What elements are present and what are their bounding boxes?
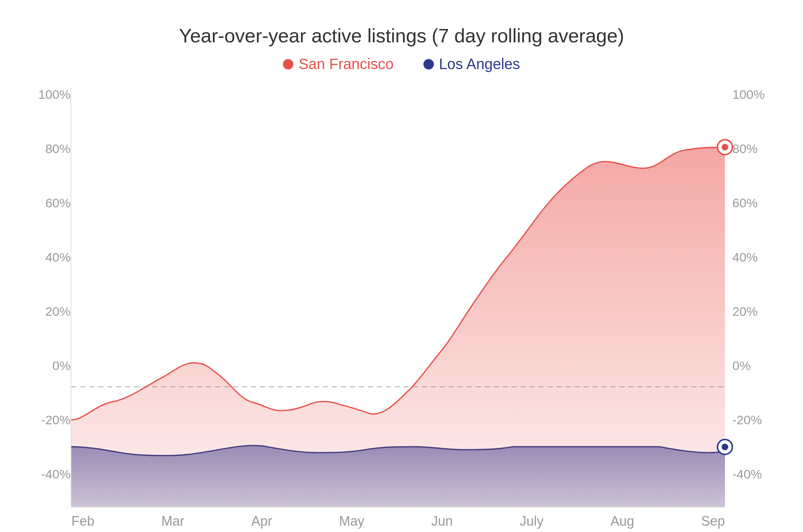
y-label-right-n20: -20% [732, 413, 762, 427]
la-endpoint-dot [717, 439, 733, 455]
x-label-july: July [520, 513, 544, 529]
legend-label-la: Los Angeles [439, 56, 520, 72]
x-label-feb: Feb [71, 513, 94, 529]
y-label-right-0: 0% [732, 359, 751, 373]
x-label-mar: Mar [161, 513, 184, 529]
legend-dot-la [423, 59, 434, 69]
x-label-jun: Jun [431, 513, 453, 529]
y-label-left-20: 20% [45, 304, 71, 319]
legend: San Francisco Los Angeles [283, 56, 520, 72]
x-label-apr: Apr [251, 513, 272, 529]
y-label-left-n40: -40% [41, 467, 71, 481]
y-label-right-80: 80% [732, 142, 758, 156]
chart-inner: Feb Mar Apr May Jun July Aug Sep [71, 87, 725, 507]
x-label-may: May [339, 513, 364, 529]
chart-container: Year-over-year active listings (7 day ro… [30, 25, 773, 507]
legend-dot-sf [283, 59, 293, 69]
legend-la: Los Angeles [423, 56, 520, 72]
y-label-right-60: 60% [732, 196, 758, 210]
y-axis-left: 100% 80% 60% 40% 20% 0% -20% -40% [30, 87, 71, 507]
x-label-sep: Sep [701, 513, 725, 529]
y-label-left-80: 80% [45, 142, 71, 156]
chart-title: Year-over-year active listings (7 day ro… [179, 25, 624, 47]
chart-area: 100% 80% 60% 40% 20% 0% -20% -40% [30, 87, 773, 507]
y-label-right-20: 20% [732, 304, 758, 319]
y-label-left-100: 100% [38, 87, 71, 102]
y-label-right-100: 100% [732, 87, 765, 102]
x-label-aug: Aug [610, 513, 634, 529]
y-label-left-0: 0% [52, 359, 71, 373]
legend-label-sf: San Francisco [299, 56, 394, 72]
y-label-left-40: 40% [45, 250, 71, 265]
y-label-left-n20: -20% [41, 413, 71, 427]
y-label-right-40: 40% [732, 250, 758, 265]
chart-svg [71, 87, 725, 507]
y-label-left-60: 60% [45, 196, 71, 210]
y-label-right-n40: -40% [732, 467, 762, 481]
legend-sf: San Francisco [283, 56, 394, 72]
